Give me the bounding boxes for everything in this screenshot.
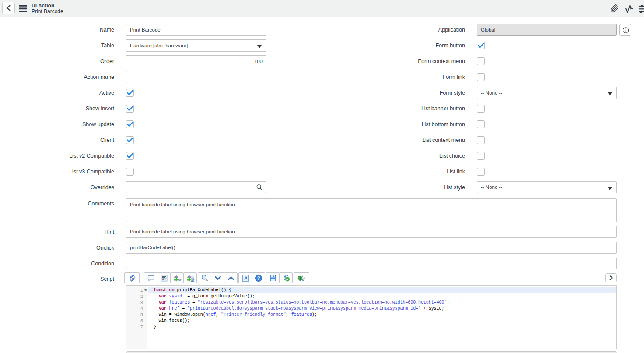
svg-text:ac: ac xyxy=(178,278,182,282)
svg-text:ab: ab xyxy=(174,274,178,278)
svg-text:ac: ac xyxy=(191,278,194,281)
svg-text:ab: ab xyxy=(187,274,191,278)
svg-text:?: ? xyxy=(257,275,260,280)
